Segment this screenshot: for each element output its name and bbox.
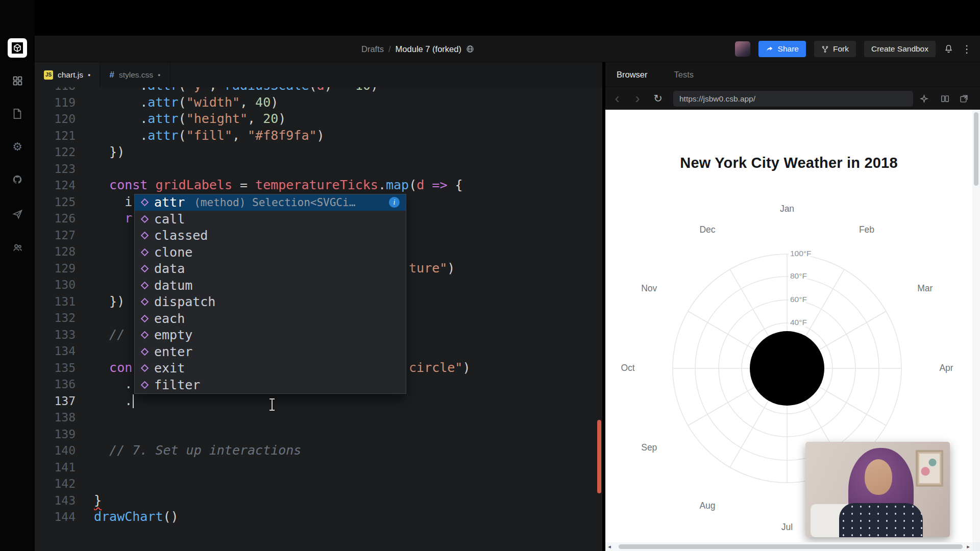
- codesandbox-logo[interactable]: [8, 38, 27, 58]
- code-token[interactable]: con: [94, 360, 132, 375]
- code-token[interactable]: "fill": [186, 128, 232, 143]
- sandbox-title[interactable]: Module 7 (forked): [396, 44, 461, 54]
- line-number[interactable]: 122: [35, 144, 76, 161]
- line-number[interactable]: 126: [35, 210, 76, 227]
- line-number[interactable]: 141: [35, 459, 76, 476]
- code-token[interactable]: 40: [255, 95, 271, 110]
- code-line[interactable]: 138: [35, 409, 596, 426]
- code-token[interactable]: }): [94, 144, 125, 159]
- code-token[interactable]: attr: [148, 128, 178, 143]
- code-token[interactable]: }): [94, 294, 125, 309]
- code-token[interactable]: attr: [148, 95, 178, 110]
- code-token[interactable]: attr: [148, 111, 178, 126]
- line-number[interactable]: 134: [35, 343, 76, 360]
- split-preview-icon[interactable]: [941, 87, 955, 110]
- tab-chart-js[interactable]: JS chart.js ●: [35, 62, 100, 87]
- line-number[interactable]: 128: [35, 243, 76, 260]
- scrollbar-decoration[interactable]: [597, 420, 601, 493]
- code-line[interactable]: 124 const gridLabels = temperatureTicks.…: [35, 177, 596, 194]
- code-token[interactable]: // 7. Set up interactions: [94, 443, 301, 458]
- line-number[interactable]: 124: [35, 177, 76, 194]
- file-icon[interactable]: [0, 106, 35, 122]
- code-line[interactable]: 123: [35, 161, 596, 178]
- line-number[interactable]: 143: [35, 492, 76, 509]
- open-new-window-icon[interactable]: [960, 87, 974, 110]
- back-icon[interactable]: ‹: [609, 87, 625, 110]
- line-number[interactable]: 131: [35, 293, 76, 310]
- suggestion-clone[interactable]: clone: [135, 244, 406, 261]
- tab-browser[interactable]: Browser: [617, 70, 648, 80]
- suggestion-enter[interactable]: enter: [135, 343, 406, 360]
- code-token[interactable]: ): [278, 111, 286, 126]
- code-token[interactable]: .: [94, 111, 148, 126]
- code-line[interactable]: 144drawChart(): [35, 509, 596, 525]
- code-token[interactable]: {: [447, 178, 462, 192]
- line-number[interactable]: 121: [35, 128, 76, 144]
- refresh-icon[interactable]: ↻: [650, 87, 666, 110]
- code-token[interactable]: ): [271, 95, 278, 110]
- vertical-scroll-thumb[interactable]: [974, 112, 978, 186]
- scroll-right-icon[interactable]: ▸: [964, 542, 972, 551]
- code-token[interactable]: .: [94, 128, 148, 143]
- code-token[interactable]: "height": [186, 111, 248, 126]
- line-number[interactable]: 139: [35, 426, 76, 443]
- tab-styles-css[interactable]: # styles.css ●: [100, 62, 170, 87]
- code-token[interactable]: [148, 178, 155, 192]
- suggestion-data[interactable]: data: [135, 261, 406, 278]
- code-token[interactable]: ): [317, 128, 325, 143]
- code-token[interactable]: (: [179, 95, 186, 110]
- share-button[interactable]: Share: [758, 41, 806, 57]
- more-menu-icon[interactable]: ⋮: [962, 44, 972, 54]
- code-line[interactable]: 122 }): [35, 144, 596, 161]
- code-token[interactable]: (: [179, 128, 186, 143]
- line-number[interactable]: 123: [35, 161, 76, 178]
- code-line[interactable]: 121 .attr("fill", "#f8f9fa"): [35, 128, 596, 144]
- suggestion-each[interactable]: each: [135, 310, 406, 327]
- breadcrumb[interactable]: Drafts / Module 7 (forked): [361, 36, 474, 62]
- code-token[interactable]: ,: [248, 111, 263, 126]
- code-line[interactable]: 120 .attr("height", 20): [35, 111, 596, 128]
- code-token[interactable]: //: [94, 327, 125, 342]
- horizontal-scroll-thumb[interactable]: [619, 544, 963, 549]
- code-token[interactable]: =: [232, 178, 255, 192]
- code-token[interactable]: temperatureTicks: [255, 178, 378, 192]
- github-icon[interactable]: [0, 171, 35, 188]
- clean-preview-icon[interactable]: [920, 87, 934, 110]
- line-number[interactable]: 137: [35, 393, 76, 410]
- tab-tests[interactable]: Tests: [674, 70, 694, 80]
- line-number[interactable]: 144: [35, 509, 76, 525]
- create-sandbox-button[interactable]: Create Sandbox: [864, 41, 936, 57]
- code-token[interactable]: const: [94, 178, 148, 192]
- forward-icon[interactable]: ›: [630, 87, 645, 110]
- line-number[interactable]: 133: [35, 327, 76, 343]
- line-number[interactable]: 135: [35, 360, 76, 377]
- code-line[interactable]: 142: [35, 475, 596, 492]
- code-line[interactable]: 139: [35, 426, 596, 443]
- code-token[interactable]: drawChart: [94, 509, 163, 524]
- suggestion-empty[interactable]: empty: [135, 327, 406, 344]
- code-token[interactable]: r: [94, 211, 132, 226]
- suggestion-dispatch[interactable]: dispatch: [135, 294, 406, 311]
- deploy-icon[interactable]: [0, 206, 35, 222]
- line-number[interactable]: 138: [35, 409, 76, 426]
- line-number[interactable]: 142: [35, 475, 76, 492]
- code-token[interactable]: }: [94, 493, 102, 508]
- code-line[interactable]: 141: [35, 459, 596, 476]
- line-number[interactable]: 127: [35, 227, 76, 244]
- suggestion-datum[interactable]: datum: [135, 277, 406, 294]
- code-token[interactable]: map: [386, 178, 409, 192]
- code-token[interactable]: .: [94, 393, 132, 408]
- code-line[interactable]: 140 // 7. Set up interactions: [35, 442, 596, 459]
- code-token[interactable]: =>: [432, 178, 447, 192]
- scroll-left-icon[interactable]: ◂: [605, 542, 614, 551]
- code-token[interactable]: (: [409, 178, 416, 192]
- suggestion-attr[interactable]: attr(method) Selection<SVGCi…i: [135, 194, 406, 211]
- suggestion-call[interactable]: call: [135, 211, 406, 228]
- dashboard-icon[interactable]: [0, 72, 35, 89]
- code-token[interactable]: ): [447, 261, 455, 276]
- code-token[interactable]: d: [416, 178, 424, 192]
- live-icon[interactable]: [0, 239, 35, 256]
- suggestion-exit[interactable]: exit: [135, 360, 406, 377]
- code-line[interactable]: 137 .: [35, 393, 596, 410]
- code-token[interactable]: .: [378, 178, 386, 192]
